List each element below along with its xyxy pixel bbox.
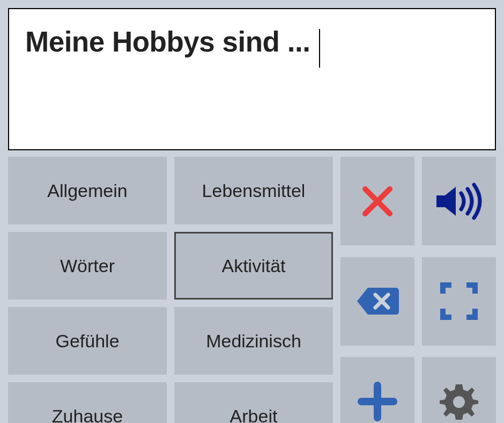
category-label: Medizinisch xyxy=(206,331,301,352)
category-label: Arbeit xyxy=(230,406,278,424)
backspace-button[interactable] xyxy=(340,257,414,346)
category-label: Aktivität xyxy=(221,256,285,276)
category-label: Lebensmittel xyxy=(202,180,306,201)
text-cursor xyxy=(319,29,320,68)
settings-button[interactable] xyxy=(422,357,496,423)
gear-icon xyxy=(439,381,479,422)
action-grid xyxy=(340,157,496,423)
speaker-icon xyxy=(432,183,486,220)
text-display-area[interactable]: Meine Hobbys sind ... xyxy=(8,8,496,150)
fullscreen-icon xyxy=(439,281,479,322)
category-medizinisch[interactable]: Medizinisch xyxy=(174,307,333,375)
fullscreen-button[interactable] xyxy=(422,257,496,346)
svg-point-6 xyxy=(453,396,465,408)
category-lebensmittel[interactable]: Lebensmittel xyxy=(174,157,333,224)
category-label: Allgemein xyxy=(47,180,127,201)
text-content: Meine Hobbys sind ... xyxy=(25,26,310,57)
category-zuhause[interactable]: Zuhause xyxy=(8,382,167,423)
category-label: Wörter xyxy=(60,256,115,276)
speak-button[interactable] xyxy=(422,157,496,245)
clear-button[interactable] xyxy=(340,157,414,245)
category-aktivitaet[interactable]: Aktivität xyxy=(174,232,333,300)
category-allgemein[interactable]: Allgemein xyxy=(8,157,167,224)
category-label: Gefühle xyxy=(55,331,119,352)
close-icon xyxy=(359,183,396,220)
plus-icon xyxy=(357,381,398,422)
category-gefuehle[interactable]: Gefühle xyxy=(8,307,167,375)
category-grid: Allgemein Lebensmittel Wörter Aktivität … xyxy=(8,157,333,423)
category-woerter[interactable]: Wörter xyxy=(8,232,167,300)
main-grid: Allgemein Lebensmittel Wörter Aktivität … xyxy=(0,157,504,423)
category-label: Zuhause xyxy=(52,406,123,424)
category-arbeit[interactable]: Arbeit xyxy=(174,382,333,423)
add-button[interactable] xyxy=(340,357,414,423)
backspace-icon xyxy=(355,285,400,317)
